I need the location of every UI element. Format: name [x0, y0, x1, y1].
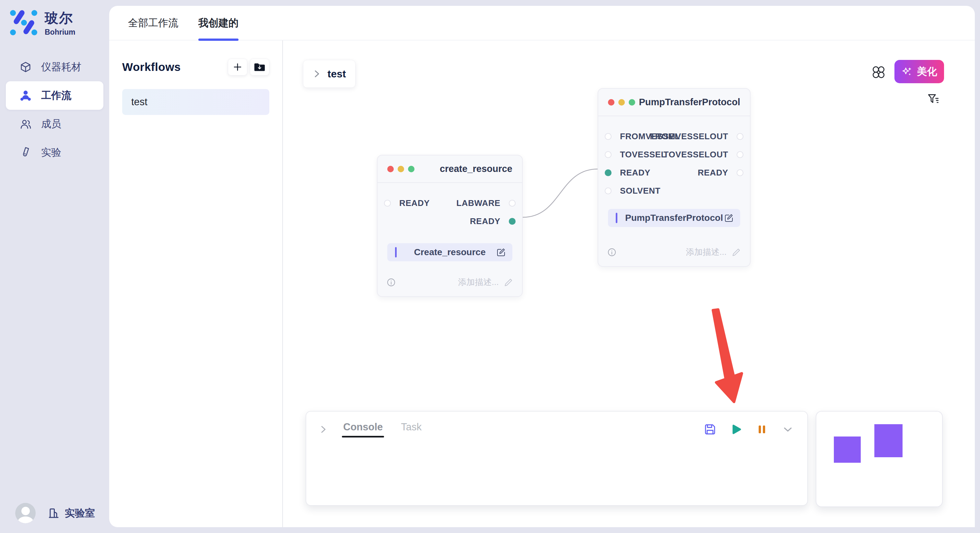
tab-label: 我创建的 [198, 16, 239, 30]
pause-button[interactable] [756, 423, 768, 436]
info-icon[interactable] [387, 278, 396, 287]
port-in-tovessel[interactable]: TOVESSEL [605, 145, 666, 163]
description-placeholder[interactable]: 添加描述... [458, 276, 513, 288]
workspace-switcher[interactable]: 实验室 [47, 506, 95, 520]
edit-icon[interactable] [496, 247, 506, 259]
port-dot-connected[interactable] [605, 169, 611, 176]
console-tab-task[interactable]: Task [401, 421, 422, 438]
light-green-icon[interactable] [408, 166, 415, 172]
members-icon [19, 118, 33, 130]
testtube-icon [19, 147, 33, 159]
sidebar-item-instruments[interactable]: 仪器耗材 [0, 53, 109, 81]
edit-icon[interactable] [724, 213, 734, 224]
node-create-resource[interactable]: create_resource READY LABWARE [377, 155, 523, 297]
run-button[interactable] [730, 423, 743, 436]
node-pump-transfer-protocol[interactable]: PumpTransferProtocol FROMVESSEL FROMVESS… [598, 88, 751, 267]
port-in-ready[interactable]: READY [605, 163, 651, 182]
node-header[interactable]: create_resource [377, 155, 522, 183]
port-label: READY [620, 168, 651, 178]
sidebar-item-label: 成员 [41, 117, 61, 131]
pencil-icon [504, 278, 513, 287]
collapse-chevron-down-icon[interactable] [781, 423, 794, 436]
port-in-solvent[interactable]: SOLVENT [605, 182, 660, 200]
port-dot-connected[interactable] [509, 218, 515, 225]
save-button[interactable] [703, 423, 716, 436]
sidebar-item-workflow[interactable]: 工作流 [6, 81, 103, 110]
sidebar-item-experiments[interactable]: 实验 [0, 138, 109, 167]
minimap[interactable] [816, 411, 943, 507]
annotation-arrow-red [713, 309, 742, 402]
port-out-labware[interactable]: LABWARE [456, 194, 515, 212]
import-folder-button[interactable] [250, 59, 269, 75]
edge-create-to-pump [523, 169, 598, 217]
pill-label: PumpTransferProtocol [625, 213, 723, 223]
node-ports: READY LABWARE READY [377, 194, 522, 230]
console-tab-label: Task [401, 421, 422, 433]
node-title: PumpTransferProtocol [639, 97, 740, 108]
user-avatar[interactable] [15, 503, 36, 523]
port-label: READY [698, 168, 728, 178]
light-yellow-icon[interactable] [398, 166, 404, 172]
port-label: READY [399, 198, 430, 208]
port-in-ready[interactable]: READY [384, 194, 430, 212]
chevron-right-icon [313, 68, 321, 79]
beautify-button[interactable]: 美化 [894, 60, 944, 83]
light-red-icon[interactable] [387, 166, 394, 172]
node-footer: 添加描述... [598, 246, 750, 266]
port-dot[interactable] [605, 187, 611, 194]
port-dot[interactable] [605, 133, 611, 140]
sidebar-nav: 仪器耗材 工作流 成员 [0, 53, 109, 167]
collapse-chevron-right-icon[interactable] [319, 424, 328, 435]
port-out-ready[interactable]: READY [470, 212, 515, 230]
light-red-icon[interactable] [608, 99, 614, 106]
node-function-pill[interactable]: PumpTransferProtocol [608, 209, 740, 227]
port-label: SOLVENT [620, 186, 660, 196]
tab-all-workflows[interactable]: 全部工作流 [128, 5, 178, 40]
pencil-icon [732, 248, 741, 257]
workflow-tabbar: 全部工作流 我创建的 [109, 6, 975, 40]
port-dot[interactable] [737, 169, 743, 176]
folder-download-icon [254, 62, 266, 72]
package-icon [19, 61, 33, 73]
port-out-tovesselout[interactable]: TOVESSELOUT [663, 145, 743, 163]
description-text: 添加描述... [458, 276, 499, 288]
workflows-sidebar: Workflows test [109, 40, 283, 527]
description-placeholder[interactable]: 添加描述... [686, 246, 741, 258]
port-dot[interactable] [509, 200, 515, 206]
plus-icon [232, 62, 243, 73]
breadcrumb[interactable]: test [303, 60, 355, 88]
bohrium-logo: 玻尔 Bohrium [9, 8, 75, 37]
app-root: 玻尔 Bohrium 仪器耗材 [0, 0, 980, 533]
info-icon[interactable] [607, 248, 616, 257]
traffic-lights [608, 99, 635, 106]
traffic-lights [387, 166, 415, 172]
port-dot[interactable] [737, 151, 743, 158]
node-function-pill[interactable]: Create_resource [387, 243, 512, 261]
console-tab-console[interactable]: Console [343, 421, 383, 438]
sidebar-footer: 实验室 [15, 503, 95, 523]
light-green-icon[interactable] [629, 99, 635, 106]
light-yellow-icon[interactable] [618, 99, 625, 106]
port-label: LABWARE [456, 198, 500, 208]
sidebar-item-label: 实验 [41, 146, 61, 159]
workflow-list-item-test[interactable]: test [122, 89, 269, 115]
port-out-ready[interactable]: READY [698, 163, 743, 182]
add-workflow-button[interactable] [228, 59, 247, 75]
port-out-fromvesselout[interactable]: FROMVESSELOUT [650, 127, 743, 145]
port-dot[interactable] [384, 200, 391, 206]
filter-icon[interactable] [926, 92, 941, 106]
port-label: FROMVESSELOUT [650, 132, 728, 141]
tab-my-created[interactable]: 我创建的 [198, 5, 239, 40]
node-header[interactable]: PumpTransferProtocol [598, 89, 750, 116]
sidebar-item-label: 仪器耗材 [41, 60, 81, 74]
minimap-node-pump-transfer [874, 424, 902, 457]
sidebar-item-members[interactable]: 成员 [0, 110, 109, 138]
sidebar-item-label: 工作流 [41, 89, 71, 102]
description-text: 添加描述... [686, 246, 727, 258]
command-icon[interactable] [871, 65, 886, 80]
console-panel: Console Task [305, 411, 808, 506]
pill-accent-bar [395, 247, 397, 257]
port-dot[interactable] [605, 151, 611, 158]
workflow-canvas[interactable]: test 美化 [283, 40, 975, 527]
port-dot[interactable] [737, 133, 743, 140]
